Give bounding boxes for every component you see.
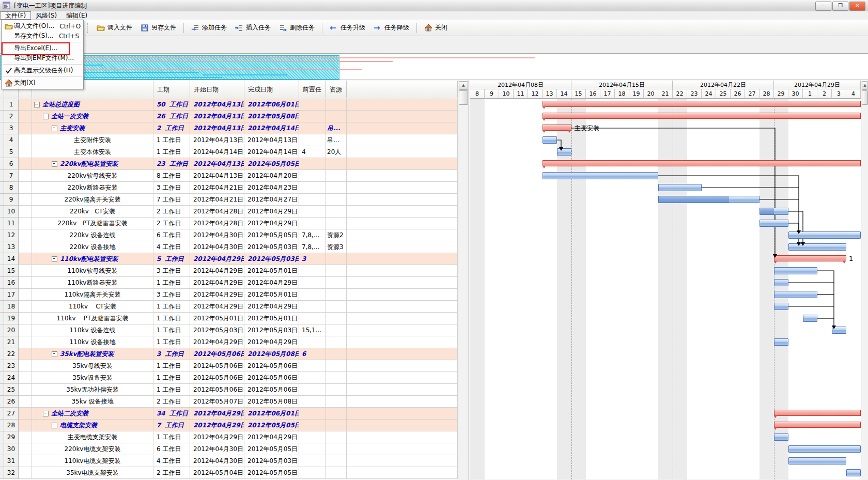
row-number-cell[interactable]: 7 — [4, 170, 19, 182]
predecessor-cell[interactable] — [299, 384, 326, 396]
row-select-cell[interactable] — [19, 372, 32, 384]
start-date-cell[interactable]: 2012年04月29日 — [190, 277, 244, 289]
resource-cell[interactable] — [326, 396, 347, 408]
finish-date-cell[interactable]: 2012年04月20日 — [244, 170, 299, 182]
resource-cell[interactable] — [326, 194, 347, 206]
predecessor-cell[interactable] — [299, 289, 326, 301]
row-number-cell[interactable]: 11 — [4, 218, 19, 229]
predecessor-cell[interactable] — [299, 122, 326, 134]
duration-cell[interactable]: 1 工作日 — [153, 313, 190, 324]
collapse-icon[interactable] — [52, 161, 57, 167]
gantt-bar-parent[interactable] — [774, 255, 846, 261]
resource-cell[interactable] — [326, 372, 347, 384]
row-select-cell[interactable] — [19, 253, 32, 265]
start-date-cell[interactable]: 2012年04月13日 — [190, 122, 244, 134]
gantt-bar-parent[interactable] — [774, 410, 861, 416]
predecessor-cell[interactable] — [299, 431, 326, 443]
row-number-cell[interactable]: 14 — [4, 253, 19, 265]
row-select-cell[interactable] — [19, 122, 32, 134]
task-name-cell[interactable]: 主变电缆支架安装 — [32, 431, 153, 443]
row-number-cell[interactable]: 17 — [4, 289, 19, 301]
collapse-icon[interactable] — [34, 102, 40, 107]
table-scroll-thumb[interactable] — [459, 90, 468, 105]
start-date-cell[interactable]: 2012年05月06日 — [190, 384, 244, 396]
finish-date-cell[interactable]: 2012年05月01日 — [244, 289, 299, 301]
gantt-bar-task[interactable] — [774, 433, 788, 441]
task-name-cell[interactable]: 110kv软母线安装 — [32, 265, 153, 277]
resource-cell[interactable] — [326, 182, 347, 194]
resource-cell[interactable] — [326, 313, 347, 324]
task-name-cell[interactable]: 35kv母线安装 — [32, 360, 153, 372]
duration-cell[interactable]: 1 工作日 — [153, 301, 190, 313]
gantt-scroll-thumb[interactable] — [862, 90, 868, 105]
predecessor-cell[interactable] — [299, 265, 326, 277]
start-date-cell[interactable]: 2012年04月29日 — [190, 420, 244, 431]
finish-date-cell[interactable]: 2012年05月03日 — [244, 241, 299, 253]
finish-date-cell[interactable]: 2012年04月29日 — [244, 218, 299, 229]
row-number-cell[interactable]: 26 — [4, 396, 19, 408]
start-date-cell[interactable]: 2012年04月29日 — [190, 301, 244, 313]
start-date-cell[interactable]: 2012年04月29日 — [190, 336, 244, 348]
finish-date-cell[interactable]: 2012年05月06日 — [244, 360, 299, 372]
finish-date-cell[interactable]: 2012年04月29日 — [244, 277, 299, 289]
row-select-cell[interactable] — [19, 455, 32, 467]
gantt-bar-task[interactable] — [774, 303, 788, 310]
predecessor-cell[interactable]: 3 — [299, 253, 326, 265]
task-name-cell[interactable]: 220kv电缆支架安装 — [32, 443, 153, 455]
start-date-cell[interactable]: 2012年04月29日 — [190, 253, 244, 265]
finish-date-cell[interactable]: 2012年05月06日 — [244, 372, 299, 384]
row-number-cell[interactable]: 15 — [4, 265, 19, 277]
start-date-cell[interactable]: 2012年05月06日 — [190, 372, 244, 384]
gantt-bar-task[interactable] — [788, 457, 846, 464]
toolbar-button-folder-open[interactable]: 调入文件 — [92, 22, 136, 34]
task-name-cell[interactable]: 220kv CT安装 — [32, 206, 153, 218]
close-button[interactable]: ✕ — [849, 2, 865, 11]
predecessor-cell[interactable] — [299, 301, 326, 313]
resource-cell[interactable] — [326, 289, 347, 301]
collapse-icon[interactable] — [52, 126, 57, 131]
menu-item[interactable]: 关闭(X) — [2, 78, 83, 88]
predecessor-cell[interactable] — [299, 360, 326, 372]
resource-cell[interactable] — [326, 158, 347, 170]
task-name-cell[interactable]: 全站总进度图 — [32, 99, 153, 111]
row-number-cell[interactable]: 1 — [4, 99, 19, 111]
duration-cell[interactable]: 3 工作日 — [153, 348, 190, 360]
finish-date-cell[interactable]: 2012年06月01日 — [244, 408, 299, 420]
row-select-cell[interactable] — [19, 467, 32, 479]
gantt-bar-task[interactable] — [760, 208, 788, 215]
duration-cell[interactable]: 7 工作日 — [153, 194, 190, 206]
finish-date-cell[interactable]: 2012年04月13日 — [244, 134, 299, 146]
row-number-cell[interactable]: 3 — [4, 122, 19, 134]
predecessor-cell[interactable] — [299, 158, 326, 170]
task-name-cell[interactable]: 220kv软母线安装 — [32, 170, 153, 182]
row-number-cell[interactable]: 2 — [4, 111, 19, 122]
resource-cell[interactable] — [326, 431, 347, 443]
resource-cell[interactable]: 资源2 — [326, 229, 347, 241]
start-date-cell[interactable]: 2012年04月28日 — [190, 206, 244, 218]
resource-cell[interactable] — [326, 265, 347, 277]
predecessor-cell[interactable] — [299, 111, 326, 122]
row-number-cell[interactable]: 27 — [4, 408, 19, 420]
row-select-cell[interactable] — [19, 301, 32, 313]
row-select-cell[interactable] — [19, 277, 32, 289]
row-number-cell[interactable]: 19 — [4, 313, 19, 324]
duration-cell[interactable]: 26 工作日 — [153, 111, 190, 122]
resource-cell[interactable] — [326, 324, 347, 336]
row-select-cell[interactable] — [19, 431, 32, 443]
duration-cell[interactable]: 2 工作日 — [153, 206, 190, 218]
finish-date-cell[interactable]: 2012年05月01日 — [244, 265, 299, 277]
duration-cell[interactable]: 2 工作日 — [153, 396, 190, 408]
gantt-bar-task[interactable] — [774, 291, 817, 298]
resource-cell[interactable] — [326, 348, 347, 360]
row-number-cell[interactable]: 25 — [4, 384, 19, 396]
row-select-cell[interactable] — [19, 265, 32, 277]
predecessor-cell[interactable] — [299, 99, 326, 111]
task-name-cell[interactable]: 110kv PT及避雷器安装 — [32, 313, 153, 324]
duration-cell[interactable]: 8 工作日 — [153, 170, 190, 182]
row-select-cell[interactable] — [19, 99, 32, 111]
resource-cell[interactable] — [326, 408, 347, 420]
duration-cell[interactable]: 1 工作日 — [153, 384, 190, 396]
task-name-cell[interactable]: 35kv配电装置安装 — [32, 348, 153, 360]
row-number-cell[interactable]: 16 — [4, 277, 19, 289]
predecessor-cell[interactable] — [299, 467, 326, 479]
